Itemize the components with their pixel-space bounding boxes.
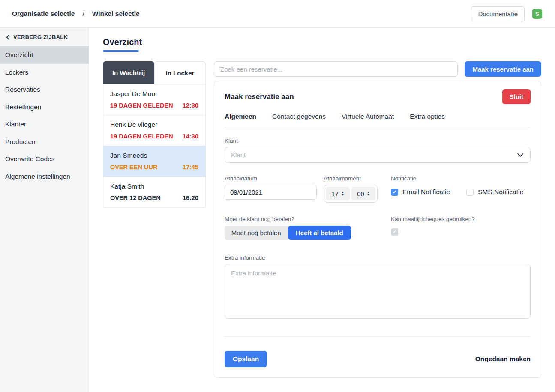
main-content: Overzicht In Wachtrij In Locker Jasper D… bbox=[89, 28, 555, 392]
klant-label: Klant bbox=[225, 138, 531, 144]
extra-informatie-label: Extra informatie bbox=[225, 254, 531, 261]
page-title-underline bbox=[103, 50, 139, 52]
reservation-time: 12:30 bbox=[183, 102, 198, 109]
tab-algemeen[interactable]: Algemeen bbox=[225, 113, 256, 120]
klant-select-placeholder: Klant bbox=[231, 151, 246, 159]
hide-sidebar-button[interactable]: VERBERG ZIJBALK bbox=[0, 34, 89, 46]
sidebar: VERBERG ZIJBALK Overzicht Lockers Reserv… bbox=[0, 28, 89, 392]
maaltijdcheques-label: Kan maaltijdcheques gebruiken? bbox=[391, 216, 475, 222]
form-tabs: Algemeen Contact gegevens Virtuele Autom… bbox=[225, 113, 531, 127]
hide-sidebar-label: VERBERG ZIJBALK bbox=[13, 34, 68, 40]
minute-stepper[interactable]: 00 ▲▼ bbox=[351, 187, 375, 200]
afhaaldatum-input[interactable] bbox=[225, 185, 317, 200]
betalen-segmented-control: Moet nog betalen Heeft al betaald bbox=[225, 226, 351, 240]
email-notificatie-checkbox[interactable]: ✓ Email Notificatie bbox=[391, 188, 450, 196]
documentation-button[interactable]: Documentatie bbox=[471, 6, 525, 21]
afhaalmoment-picker: 17 ▲▼ 00 ▲▼ bbox=[324, 185, 378, 203]
sidebar-item-producten[interactable]: Producten bbox=[0, 133, 89, 151]
maaltijdcheques-checkbox[interactable]: ✓ bbox=[391, 228, 475, 236]
breadcrumb-organisatie[interactable]: Organisatie selectie bbox=[12, 10, 75, 18]
queue-tabs: In Wachtrij In Locker bbox=[103, 61, 206, 84]
checkbox-unchecked-icon bbox=[466, 189, 474, 196]
tab-extra-opties[interactable]: Extra opties bbox=[410, 113, 445, 120]
sidebar-item-lockers[interactable]: Lockers bbox=[0, 64, 89, 81]
tab-in-locker[interactable]: In Locker bbox=[154, 61, 206, 84]
reservation-queue: In Wachtrij In Locker Jasper De Moor 19 … bbox=[103, 61, 206, 208]
save-button[interactable]: Opslaan bbox=[225, 351, 267, 367]
reservation-time: 14:30 bbox=[183, 133, 198, 140]
reservation-status: 19 DAGEN GELEDEN bbox=[110, 102, 173, 109]
hour-value: 17 bbox=[331, 190, 339, 197]
checkbox-checked-gray-icon: ✓ bbox=[391, 228, 398, 236]
tab-in-wachtrij[interactable]: In Wachtrij bbox=[103, 61, 154, 84]
email-notificatie-label: Email Notificatie bbox=[402, 188, 450, 196]
sidebar-item-algemene-instellingen[interactable]: Algemene instellingen bbox=[0, 168, 89, 186]
sidebar-item-klanten[interactable]: Klanten bbox=[0, 116, 89, 133]
stepper-arrows-icon: ▲▼ bbox=[367, 191, 370, 196]
app-window: Organisatie selectie / Winkel selectie D… bbox=[0, 0, 555, 392]
sms-notificatie-checkbox[interactable]: SMS Notificatie bbox=[466, 188, 523, 196]
close-button[interactable]: Sluit bbox=[502, 89, 531, 104]
afhaaldatum-label: Afhaaldatum bbox=[225, 175, 324, 182]
user-avatar[interactable]: S bbox=[532, 9, 542, 19]
tab-contact-gegevens[interactable]: Contact gegevens bbox=[272, 113, 326, 120]
sidebar-item-bestellingen[interactable]: Bestellingen bbox=[0, 99, 89, 116]
minute-value: 00 bbox=[357, 190, 364, 197]
betalen-label: Moet de klant nog betalen? bbox=[225, 216, 391, 222]
list-item[interactable]: Jasper De Moor 19 DAGEN GELEDEN 12:30 bbox=[103, 84, 205, 115]
reservation-name: Katja Smith bbox=[110, 183, 198, 190]
breadcrumb-separator: / bbox=[82, 10, 84, 18]
create-reservation-button[interactable]: Maak reservatie aan bbox=[465, 61, 541, 77]
reservation-time: 16:20 bbox=[183, 195, 198, 201]
tab-virtuele-automaat[interactable]: Virtuele Automaat bbox=[342, 113, 394, 120]
heeft-al-betaald-button[interactable]: Heeft al betaald bbox=[288, 226, 351, 240]
chevron-down-icon bbox=[517, 151, 523, 159]
search-input[interactable] bbox=[214, 61, 458, 77]
reservation-name: Henk De vlieger bbox=[110, 121, 198, 129]
stepper-arrows-icon: ▲▼ bbox=[341, 191, 344, 196]
undo-button[interactable]: Ongedaan maken bbox=[475, 355, 531, 363]
create-reservation-card: Maak reservatie aan Sluit Algemeen Conta… bbox=[214, 81, 541, 378]
extra-informatie-textarea[interactable] bbox=[225, 264, 531, 319]
reservation-status: 19 DAGEN GELEDEN bbox=[110, 133, 173, 140]
moet-nog-betalen-button[interactable]: Moet nog betalen bbox=[225, 226, 288, 240]
list-item-selected[interactable]: Jan Smeeds OVER EEN UUR 17:45 bbox=[103, 146, 205, 177]
afhaalmoment-label: Afhaalmoment bbox=[324, 175, 391, 182]
klant-select[interactable]: Klant bbox=[225, 147, 531, 163]
reservation-list: Jasper De Moor 19 DAGEN GELEDEN 12:30 He… bbox=[103, 84, 206, 208]
notificatie-label: Notificatie bbox=[391, 175, 523, 182]
reservation-name: Jasper De Moor bbox=[110, 90, 198, 98]
top-bar-actions: Documentatie S bbox=[471, 6, 542, 21]
footer-divider bbox=[225, 336, 531, 337]
page-title: Overzicht bbox=[103, 37, 541, 47]
sidebar-item-reservaties[interactable]: Reservaties bbox=[0, 81, 89, 99]
reservation-status: OVER 12 DAGEN bbox=[110, 195, 161, 201]
card-title: Maak reservatie aan bbox=[225, 93, 294, 101]
list-item[interactable]: Katja Smith OVER 12 DAGEN 16:20 bbox=[103, 177, 205, 207]
sidebar-item-overwrite-codes[interactable]: Overwrite Codes bbox=[0, 150, 89, 168]
checkbox-checked-icon: ✓ bbox=[391, 189, 398, 196]
breadcrumb-winkel[interactable]: Winkel selectie bbox=[92, 10, 140, 18]
sidebar-item-overzicht[interactable]: Overzicht bbox=[0, 46, 89, 64]
top-bar: Organisatie selectie / Winkel selectie D… bbox=[0, 0, 555, 28]
chevron-left-icon bbox=[6, 35, 10, 40]
reservation-name: Jan Smeeds bbox=[110, 152, 198, 159]
list-item[interactable]: Henk De vlieger 19 DAGEN GELEDEN 14:30 bbox=[103, 115, 205, 146]
reservation-status: OVER EEN UUR bbox=[110, 164, 157, 171]
reservation-time: 17:45 bbox=[183, 164, 198, 171]
reservation-panel-column: Maak reservatie aan Maak reservatie aan … bbox=[214, 61, 541, 378]
breadcrumb: Organisatie selectie / Winkel selectie bbox=[12, 10, 140, 18]
sms-notificatie-label: SMS Notificatie bbox=[478, 188, 523, 196]
hour-stepper[interactable]: 17 ▲▼ bbox=[326, 187, 350, 200]
